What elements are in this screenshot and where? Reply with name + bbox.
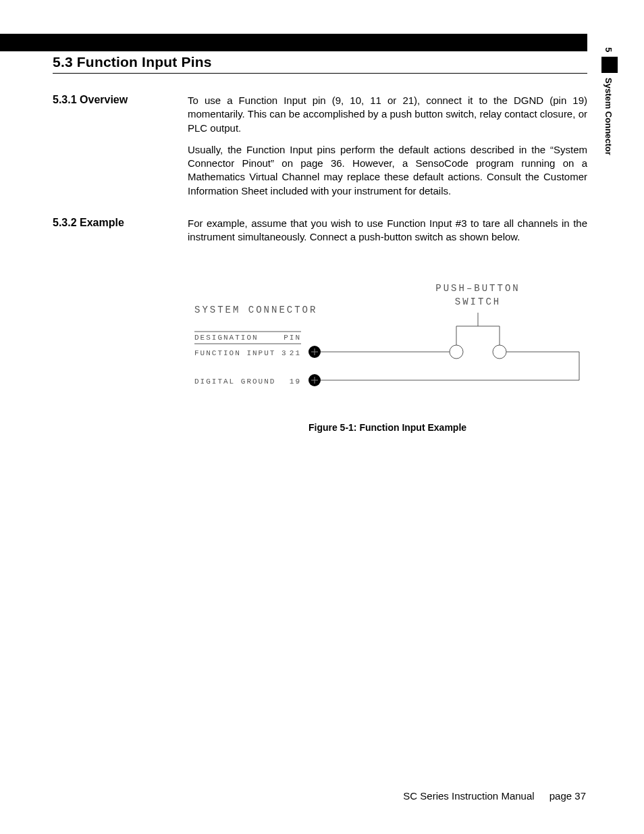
paragraph: For example, assume that you wish to use…: [188, 217, 587, 244]
diagram-wrapper: SYSTEM CONNECTOR PUSH–BUTTON SWITCH DESI…: [188, 279, 587, 433]
subsection-label: 5.3.2 Example: [53, 217, 188, 253]
subsection-number: 5.3.1: [53, 94, 77, 105]
footer-page-number: page 37: [549, 790, 586, 802]
section-number: 5.3: [53, 54, 73, 70]
subsection-title: Overview: [80, 94, 128, 105]
side-tab-chapter-number: 5: [603, 47, 614, 52]
subsection-overview: 5.3.1 Overview To use a Function Input p…: [53, 94, 587, 206]
section-heading: 5.3 Function Input Pins: [53, 54, 587, 70]
subsection-number: 5.3.2: [53, 217, 77, 228]
figure-caption: Figure 5-1: Function Input Example: [188, 422, 587, 433]
switch-contact-left: [450, 345, 463, 359]
header-black-bar: [0, 34, 587, 51]
side-tab-chapter-title: System Connector: [603, 78, 614, 155]
switch-contact-right: [493, 345, 506, 359]
diagram-row1-pin: 21: [290, 349, 301, 357]
diagram-col-designation: DESIGNATION: [194, 334, 259, 342]
subsection-body: For example, assume that you wish to use…: [188, 217, 587, 253]
diagram-row1-label: FUNCTION INPUT 3: [194, 349, 288, 357]
diagram-col-pin: PIN: [284, 334, 301, 342]
paragraph: To use a Function Input pin (9, 10, 11 o…: [188, 94, 587, 135]
section-title: Function Input Pins: [77, 54, 212, 70]
function-input-diagram: SYSTEM CONNECTOR PUSH–BUTTON SWITCH DESI…: [188, 279, 587, 400]
diagram-switch-label-1: PUSH–BUTTON: [435, 283, 520, 294]
page-content: 5.3 Function Input Pins 5.3.1 Overview T…: [53, 54, 587, 433]
diagram-row2-pin: 19: [290, 377, 301, 386]
footer-manual-title: SC Series Instruction Manual: [403, 790, 534, 802]
subsection-title: Example: [80, 217, 124, 228]
diagram-system-connector-label: SYSTEM CONNECTOR: [194, 305, 317, 315]
side-tab-black-box: [601, 57, 618, 73]
page-footer: SC Series Instruction Manual page 37: [403, 790, 586, 802]
section-rule: [53, 73, 587, 74]
subsection-example: 5.3.2 Example For example, assume that y…: [53, 217, 587, 253]
subsection-label: 5.3.1 Overview: [53, 94, 188, 206]
diagram-row2-label: DIGITAL GROUND: [194, 377, 275, 386]
diagram-switch-label-2: SWITCH: [455, 296, 501, 307]
paragraph: Usually, the Function Input pins perform…: [188, 143, 587, 198]
subsection-body: To use a Function Input pin (9, 10, 11 o…: [188, 94, 587, 206]
